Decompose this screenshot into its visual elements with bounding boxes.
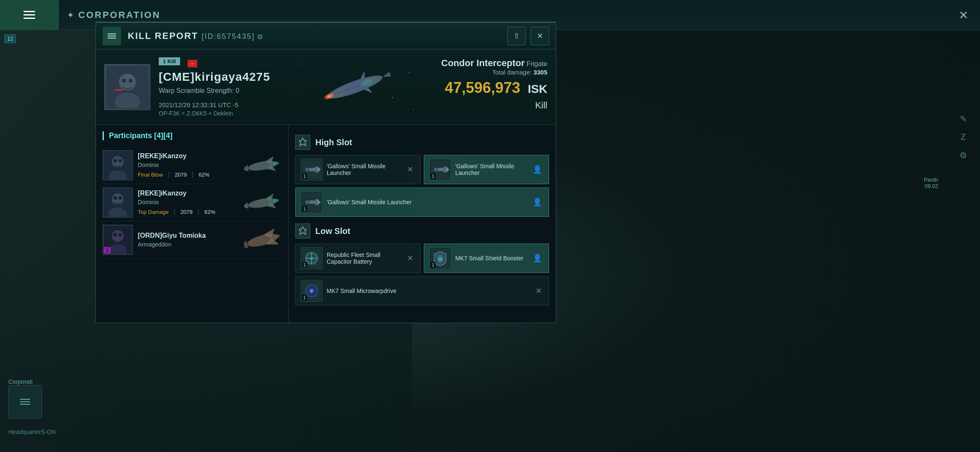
stat-pct-1: 62% — [199, 172, 209, 178]
low-slot-item-1[interactable]: + 1 Republic Fleet Small Capacitor Batte… — [295, 244, 420, 273]
participant-name-2: [REKE]iKanzoy — [138, 190, 239, 197]
slot-item-name-right-1: 'Gallows' Small Missile Launcher — [455, 163, 527, 176]
stat-label-2: Top Damage — [138, 209, 169, 215]
participant-row-2[interactable]: [REKE]iKanzoy Dominix Top Damage | 2079 … — [103, 184, 281, 221]
high-slot-title: High Slot — [315, 138, 352, 147]
participant-info-1: [REKE]iKanzoy Dominix Final Blow | 2079 … — [138, 152, 239, 178]
svg-marker-29 — [244, 165, 249, 172]
high-slot-svg — [298, 137, 308, 147]
high-slot-item-1[interactable]: 1 'Gallows' Small Missile Launcher ✕ — [295, 155, 420, 184]
slot-item-person-2: 👤 — [531, 196, 544, 208]
ship-name: Condor Interceptor — [441, 58, 525, 68]
corp-logo: ✦ CORPORATION — [67, 10, 160, 21]
high-slot-item-right-1[interactable]: 1 'Gallows' Small Missile Launcher 👤 — [424, 155, 549, 184]
star-icon: ✦ — [67, 10, 74, 20]
corp-label: Corporati — [8, 378, 33, 385]
participant-ship-1: Dominix — [138, 162, 239, 168]
svg-point-80 — [311, 290, 312, 292]
svg-point-36 — [119, 196, 122, 200]
slot-item-close-low-1[interactable]: ✕ — [405, 252, 415, 265]
participant-row[interactable]: [REKE]iKanzoy Dominix Final Blow | 2079 … — [103, 147, 281, 184]
svg-point-1 — [119, 74, 136, 90]
slot-item-name-right-low-1: MK7 Small Shield Booster — [455, 255, 527, 262]
low-slot-icon — [295, 223, 310, 239]
copy-button[interactable]: ⧉ — [258, 33, 263, 40]
high-slot-item-2[interactable]: 1 'Gallows' Small Missile Launcher 👤 — [295, 187, 549, 217]
panel-actions: ⇧ ✕ — [507, 27, 549, 45]
panel-menu-icon — [108, 33, 116, 39]
slot-item-close-1[interactable]: ✕ — [405, 163, 415, 176]
participant-stats-1: Final Blow | 2079 | 62% — [138, 171, 239, 178]
participant-stats-2: Top Damage | 2079 | 62% — [138, 208, 239, 216]
low-slot-item-2[interactable]: 1 MK7 Small Microwarpdrive ✕ — [295, 276, 549, 306]
low-slot-item-icon-2: 1 — [301, 280, 322, 302]
participants-header: Participants [4][4] — [103, 131, 281, 140]
victim-section: 1 Kill − [CME]kirigaya4275 Warp Scramble… — [96, 49, 556, 125]
ship-image — [292, 56, 418, 118]
high-slot-grid: 1 'Gallows' Small Missile Launcher ✕ — [295, 155, 549, 217]
total-damage-label: Total damage: 3305 — [441, 69, 547, 76]
low-slot-item-right-1[interactable]: 1 MK7 Small Shield Booster 👤 — [424, 244, 549, 273]
participant-badge-3: i — [104, 247, 111, 254]
hq-text: HeadquarterS-ON — [8, 429, 56, 435]
svg-marker-66 — [299, 227, 306, 234]
right-sidebar: Panth 09.02 ✎ Z ⚙ — [946, 30, 980, 452]
corp-info: Corporati — [8, 378, 33, 385]
isk-value: 47,596,973 ISK — [441, 79, 547, 97]
slot-qty-1: 1 — [302, 173, 307, 179]
kill-type: Kill — [441, 100, 547, 111]
svg-point-60 — [435, 168, 438, 171]
svg-text:+: + — [311, 257, 313, 261]
svg-point-26 — [113, 159, 117, 162]
high-slot-item-icon-1: 1 — [301, 159, 322, 180]
participant-ship-img-1 — [244, 153, 281, 178]
neg-badge: − — [188, 60, 197, 67]
slot-item-name-low-2: MK7 Small Microwarpdrive — [327, 288, 530, 294]
svg-point-17 — [300, 64, 301, 64]
svg-point-46 — [246, 231, 279, 249]
svg-point-27 — [119, 159, 122, 162]
panth-value: 09.02 — [924, 183, 938, 189]
corp-title: CORPORATION — [78, 10, 160, 21]
z-icon[interactable]: Z — [961, 132, 966, 142]
svg-point-3 — [122, 79, 126, 83]
panel-title: KILL REPORT [ID:6575435] ⧉ — [128, 31, 500, 41]
panel-menu-button[interactable] — [103, 27, 121, 45]
svg-point-19 — [317, 105, 317, 106]
gear-icon[interactable]: ⚙ — [959, 150, 967, 160]
kill-report-panel: KILL REPORT [ID:6575435] ⧉ ⇧ ✕ 1 Kill — [95, 22, 556, 323]
low-slot-item-icon-right-1: 1 — [429, 247, 451, 269]
edit-icon[interactable]: ✎ — [960, 114, 967, 124]
participant-avatar-2 — [103, 187, 133, 218]
main-close-button[interactable]: ✕ — [955, 7, 972, 23]
kill-badge: 1 Kill — [159, 57, 180, 65]
slot-item-person-right-low-1: 👤 — [531, 252, 544, 265]
high-slot-icon — [295, 135, 310, 150]
svg-point-22 — [413, 110, 414, 110]
svg-point-28 — [248, 159, 278, 172]
hamburger-button[interactable] — [0, 0, 59, 30]
panel-close-button[interactable]: ✕ — [531, 27, 549, 45]
participants-title: Participants — [109, 131, 152, 140]
svg-point-42 — [112, 230, 124, 242]
sidebar-menu-button[interactable] — [8, 385, 42, 419]
slot-qty-right-1: 1 — [431, 173, 436, 179]
isk-label: ISK — [528, 82, 547, 95]
badge-12: 12 — [4, 34, 16, 43]
svg-marker-38 — [244, 202, 249, 210]
panel-id: [ID:6575435] ⧉ — [201, 32, 263, 41]
panth-label: Panth — [924, 177, 938, 183]
slot-item-close-low-2[interactable]: ✕ — [534, 285, 544, 297]
low-slot-grid: + 1 Republic Fleet Small Capacitor Batte… — [295, 244, 549, 306]
participants-count: [4] — [154, 131, 163, 140]
participant-avatar-1 — [103, 150, 133, 180]
high-slot-item-icon-2: 1 — [301, 191, 322, 213]
svg-point-65 — [307, 200, 310, 204]
main-content: Participants [4][4] [REKE]iKanzoy — [96, 125, 556, 324]
menu-icon — [23, 11, 35, 19]
export-button[interactable]: ⇧ — [507, 27, 526, 45]
victim-avatar — [104, 64, 150, 110]
ship-image-area — [279, 49, 430, 125]
ship-type: Frigate — [526, 60, 547, 67]
participant-row-3[interactable]: i [ORDN]Giyu Tomioka Armageddon — [103, 221, 281, 259]
